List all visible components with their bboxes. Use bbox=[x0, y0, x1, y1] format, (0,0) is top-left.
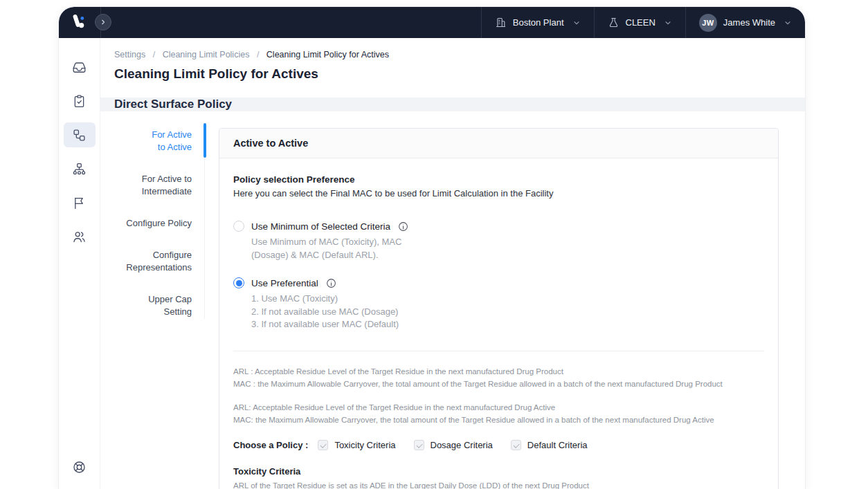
checkbox-checked-disabled[interactable] bbox=[318, 440, 328, 450]
policy-checkbox-dosage[interactable]: Dosage Criteria bbox=[414, 440, 493, 450]
checkbox-label: Default Criteria bbox=[527, 440, 588, 450]
topbar-right: Boston Plant CLEEN JW James White bbox=[481, 7, 805, 38]
workflow-icon[interactable] bbox=[64, 122, 96, 147]
breadcrumb-item-cleaning-limit-policies[interactable]: Cleaning Limit Policies bbox=[163, 50, 250, 59]
main-content: Settings / Cleaning Limit Policies / Cle… bbox=[100, 38, 805, 489]
preference-description: Here you can select the Final MAC to be … bbox=[233, 188, 764, 199]
choose-policy-label: Choose a Policy : bbox=[233, 440, 308, 450]
breadcrumb-separator: / bbox=[257, 50, 259, 59]
users-icon[interactable] bbox=[64, 224, 96, 249]
subnav-item-for-active-to-intermediate[interactable]: For Active to Intermediate bbox=[100, 173, 192, 198]
radio-label: Use Minimum of Selected Criteria bbox=[251, 221, 390, 232]
policy-card: Active to Active Policy selection Prefer… bbox=[219, 128, 779, 489]
divider bbox=[233, 351, 764, 351]
plant-selector-label: Boston Plant bbox=[513, 17, 564, 28]
breadcrumb: Settings / Cleaning Limit Policies / Cle… bbox=[114, 50, 791, 59]
glossary-drug-active: ARL: Acceptable Residue Level of the Tar… bbox=[233, 401, 764, 426]
radio-description: 1. Use MAC (Toxicity) 2. If not availabl… bbox=[251, 293, 764, 331]
icon-sidebar bbox=[59, 38, 100, 489]
topbar: Boston Plant CLEEN JW James White bbox=[59, 7, 805, 38]
subnav-item-for-active-to-active[interactable]: For Active to Active bbox=[100, 129, 192, 154]
subnav-item-upper-cap-setting[interactable]: Upper Cap Setting bbox=[100, 293, 192, 318]
policy-subnav: For Active to Active For Active to Inter… bbox=[100, 111, 204, 489]
breadcrumb-item-settings[interactable]: Settings bbox=[114, 50, 145, 59]
radio-description: Use Minimum of MAC (Toxicity), MAC (Dosa… bbox=[251, 236, 764, 261]
checkbox-checked-disabled[interactable] bbox=[511, 440, 521, 450]
lifebuoy-help-icon[interactable] bbox=[64, 454, 96, 479]
policy-checkbox-toxicity[interactable]: Toxicity Criteria bbox=[318, 440, 395, 450]
subnav-item-configure-policy[interactable]: Configure Policy bbox=[100, 217, 192, 230]
radio-use-minimum[interactable]: Use Minimum of Selected Criteria bbox=[233, 221, 764, 232]
breadcrumb-item-current: Cleaning Limit Policy for Actives bbox=[266, 50, 389, 59]
topbar-left bbox=[59, 7, 211, 38]
page-title: Cleaning Limit Policy for Actives bbox=[114, 66, 791, 82]
section-header-label: Direct Surface Policy bbox=[114, 98, 232, 111]
checkbox-label: Toxicity Criteria bbox=[334, 440, 395, 450]
checkbox-label: Dosage Criteria bbox=[431, 440, 493, 450]
app-logo-icon bbox=[69, 13, 87, 34]
glossary-drug-product: ARL : Acceptable Residue Level of the Ta… bbox=[233, 365, 764, 390]
flag-icon[interactable] bbox=[64, 190, 96, 215]
choose-policy-row: Choose a Policy : Toxicity Criteria Dosa… bbox=[233, 440, 764, 450]
app-window: Boston Plant CLEEN JW James White bbox=[59, 7, 805, 489]
toxicity-criteria-heading: Toxicity Criteria bbox=[233, 466, 764, 477]
policy-preference-radio-group: Use Minimum of Selected Criteria Use Min… bbox=[233, 221, 764, 331]
radio-button-unselected[interactable] bbox=[233, 221, 244, 232]
checkbox-checked-disabled[interactable] bbox=[414, 440, 424, 450]
info-icon[interactable] bbox=[326, 278, 336, 288]
sidebar-expand-button[interactable] bbox=[95, 14, 111, 30]
building-icon bbox=[495, 17, 507, 28]
chevron-down-icon bbox=[572, 19, 581, 27]
card-title: Active to Active bbox=[219, 129, 778, 158]
user-name-label: James White bbox=[723, 17, 775, 28]
subnav-active-indicator bbox=[204, 123, 206, 158]
app-selector-label: CLEEN bbox=[626, 17, 655, 28]
app-selector[interactable]: CLEEN bbox=[594, 7, 685, 38]
inbox-icon[interactable] bbox=[64, 55, 96, 80]
subnav-track bbox=[204, 123, 206, 489]
chevron-right-icon bbox=[99, 18, 107, 26]
subnav-item-configure-representations[interactable]: Configure Representations bbox=[100, 249, 192, 274]
option-use-preferential: Use Preferential 1. Use MAC (Toxicity) 2… bbox=[233, 277, 764, 331]
flask-icon bbox=[608, 17, 620, 28]
section-header: Direct Surface Policy bbox=[100, 98, 805, 111]
option-use-minimum: Use Minimum of Selected Criteria Use Min… bbox=[233, 221, 764, 261]
toxicity-criteria-description: ARL of the Target Residue is set as its … bbox=[233, 481, 764, 489]
chevron-down-icon bbox=[784, 19, 792, 27]
avatar: JW bbox=[699, 14, 717, 32]
info-icon[interactable] bbox=[398, 221, 408, 232]
clipboard-check-icon[interactable] bbox=[64, 89, 96, 113]
radio-label: Use Preferential bbox=[251, 278, 318, 288]
policy-checkbox-default[interactable]: Default Criteria bbox=[511, 440, 588, 450]
sitemap-icon[interactable] bbox=[64, 156, 96, 181]
preference-heading: Policy selection Preference bbox=[233, 174, 764, 185]
chevron-down-icon bbox=[664, 19, 672, 27]
user-menu[interactable]: JW James White bbox=[685, 7, 805, 38]
breadcrumb-separator: / bbox=[153, 50, 155, 59]
radio-button-selected[interactable] bbox=[233, 277, 244, 288]
radio-use-preferential[interactable]: Use Preferential bbox=[233, 277, 764, 288]
plant-selector[interactable]: Boston Plant bbox=[481, 7, 594, 38]
